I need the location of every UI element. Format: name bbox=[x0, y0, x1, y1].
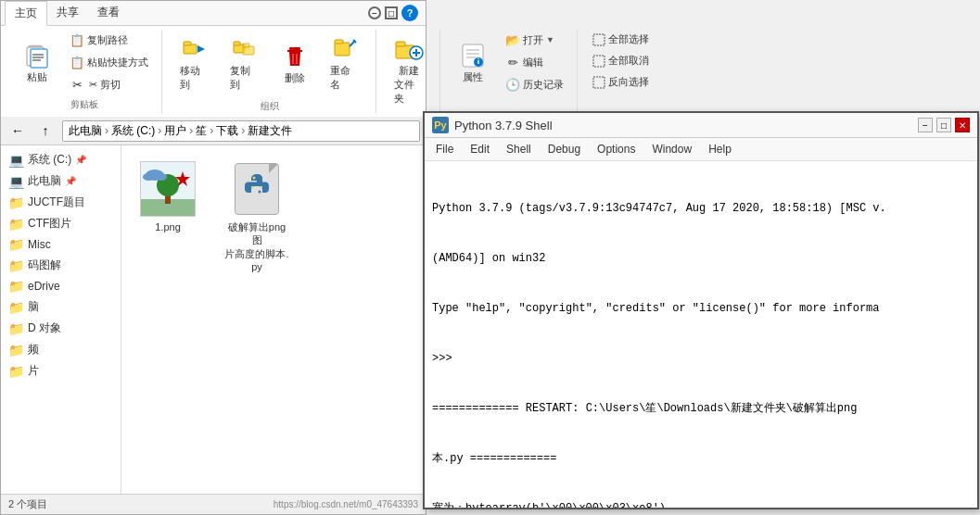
address-path[interactable]: 此电脑 › 系统 (C:) › 用户 › 笙 › 下载 › 新建文件 bbox=[62, 120, 420, 142]
address-bar: ← ↑ 此电脑 › 系统 (C:) › 用户 › 笙 › 下载 › 新建文件 bbox=[1, 117, 426, 145]
shell-minimize[interactable]: − bbox=[918, 118, 933, 132]
select-all-icon bbox=[592, 33, 605, 46]
back-button[interactable]: ← bbox=[6, 119, 29, 142]
maximize-icon[interactable]: □ bbox=[385, 6, 398, 19]
file-item-py[interactable]: 破解算出png图片高度的脚本.py bbox=[220, 155, 294, 278]
deselect-all-icon bbox=[592, 55, 605, 68]
sidebar-item-codes[interactable]: 📁 码图解 bbox=[1, 255, 121, 276]
sidebar-label-drive: 系统 (C:) bbox=[28, 152, 71, 168]
sidebar-item-computer[interactable]: 💻 此电脑 📌 bbox=[1, 170, 121, 192]
file-item-png[interactable]: 1.png bbox=[131, 155, 205, 238]
move-to-icon bbox=[180, 34, 210, 64]
menu-shell[interactable]: Shell bbox=[499, 140, 539, 158]
ribbon-group-new: 新建 文件夹 bbox=[378, 30, 440, 113]
properties-label: 属性 bbox=[463, 70, 483, 84]
path-user: 笙 bbox=[196, 123, 207, 139]
svg-rect-34 bbox=[593, 56, 605, 67]
shell-titlebar: Py Python 3.7.9 Shell − □ ✕ bbox=[425, 113, 977, 138]
explorer-content: 💻 系统 (C:) 📌 💻 此电脑 📌 📁 JUCTF题目 📁 CTF图片 📁 … bbox=[1, 145, 426, 494]
new-folder-icon bbox=[394, 34, 424, 64]
delete-button[interactable]: 删除 bbox=[273, 37, 318, 90]
sidebar-item-freq[interactable]: 📁 频 bbox=[1, 339, 121, 360]
sidebar-item-dobject[interactable]: 📁 D 对象 bbox=[1, 318, 121, 339]
sidebar-label-photos: 片 bbox=[28, 363, 39, 379]
menu-options[interactable]: Options bbox=[590, 140, 643, 158]
folder-icon-4: 📁 bbox=[8, 237, 24, 252]
rename-button[interactable]: 重命名 bbox=[322, 30, 368, 96]
open-arrow: ▼ bbox=[546, 35, 554, 44]
sidebar-label-edrive: eDrive bbox=[28, 280, 60, 293]
open-button[interactable]: 📂 打开 ▼ bbox=[500, 30, 569, 50]
history-icon: 🕒 bbox=[505, 77, 520, 92]
sidebar-label-brain: 脑 bbox=[28, 299, 39, 315]
shell-close[interactable]: ✕ bbox=[955, 118, 970, 132]
file-grid: 1.png bbox=[121, 145, 426, 494]
sidebar-item-ctf[interactable]: 📁 CTF图片 bbox=[1, 213, 121, 234]
path-downloads: 下载 bbox=[216, 123, 238, 139]
tab-view[interactable]: 查看 bbox=[88, 1, 129, 25]
help-button[interactable]: ? bbox=[401, 5, 418, 21]
edit-button[interactable]: ✏ 编辑 bbox=[500, 52, 569, 72]
folder-icon-2: 📁 bbox=[8, 195, 24, 210]
menu-file[interactable]: File bbox=[428, 140, 461, 158]
folder-icon-7: 📁 bbox=[8, 300, 24, 315]
new-label: 新建 bbox=[399, 64, 419, 78]
move-to-label: 移动到 bbox=[180, 64, 210, 92]
menu-debug[interactable]: Debug bbox=[541, 140, 588, 158]
invert-selection-button[interactable]: 反向选择 bbox=[587, 72, 655, 92]
sidebar-label-ctf: CTF图片 bbox=[28, 216, 71, 232]
shell-line-6: 宽为：bytearray(b'\x00\x00\x03\xe8') bbox=[432, 500, 970, 508]
tab-home[interactable]: 主页 bbox=[5, 1, 47, 26]
copy-path-button[interactable]: 📋 复制路径 bbox=[64, 30, 154, 50]
paste-shortcut-icon: 📋 bbox=[70, 55, 84, 69]
sidebar-item-drive[interactable]: 💻 系统 (C:) 📌 bbox=[1, 149, 121, 170]
menu-edit[interactable]: Edit bbox=[463, 140, 497, 158]
file-label-png: 1.png bbox=[155, 220, 181, 233]
rename-label: 重命名 bbox=[330, 64, 360, 92]
scissors-icon: ✂ bbox=[70, 77, 84, 92]
python-titlebar-icon: Py bbox=[432, 117, 449, 133]
sidebar-item-brain[interactable]: 📁 脑 bbox=[1, 296, 121, 318]
properties-button[interactable]: 属性 bbox=[450, 36, 496, 89]
path-computer: 此电脑 bbox=[69, 123, 102, 139]
move-to-button[interactable]: 移动到 bbox=[172, 30, 218, 96]
shell-body[interactable]: Python 3.7.9 (tags/v3.7.9:13c94747c7, Au… bbox=[425, 161, 977, 508]
paste-shortcut-button[interactable]: 📋 粘贴快捷方式 bbox=[64, 52, 154, 72]
sidebar-label-dobject: D 对象 bbox=[28, 320, 61, 336]
sidebar-item-misc[interactable]: 📁 Misc bbox=[1, 234, 121, 255]
copy-path-icon: 📋 bbox=[70, 32, 84, 47]
menu-window[interactable]: Window bbox=[644, 140, 699, 158]
explorer-window: 主页 共享 查看 − □ ? bbox=[0, 0, 426, 515]
up-button[interactable]: ↑ bbox=[34, 119, 57, 142]
sidebar-item-photos[interactable]: 📁 片 bbox=[1, 360, 121, 382]
organize-label: 组织 bbox=[261, 100, 279, 113]
edit-icon: ✏ bbox=[505, 55, 520, 69]
svg-rect-2 bbox=[31, 49, 47, 68]
status-text: 2 个项目 bbox=[8, 497, 47, 511]
shell-line-1: (AMD64)] on win32 bbox=[432, 250, 970, 267]
copy-to-button[interactable]: 复制到 bbox=[222, 30, 268, 96]
properties-icon bbox=[458, 41, 488, 70]
organize-row: 移动到 复制到 bbox=[172, 30, 368, 96]
select-all-button[interactable]: 全部选择 bbox=[587, 30, 655, 49]
new-folder-button[interactable]: 新建 文件夹 bbox=[386, 30, 432, 110]
sidebar-label-computer: 此电脑 bbox=[28, 173, 61, 189]
png-icon-area bbox=[138, 159, 197, 219]
deselect-all-button[interactable]: 全部取消 bbox=[587, 51, 655, 70]
tab-share[interactable]: 共享 bbox=[47, 1, 88, 25]
status-bar: 2 个项目 https://blog.csdn.net/m0_47643393 bbox=[1, 494, 426, 514]
shell-maximize[interactable]: □ bbox=[936, 118, 951, 132]
menu-help[interactable]: Help bbox=[701, 140, 739, 158]
paste-button[interactable]: 粘贴 bbox=[14, 36, 60, 89]
path-users: 用户 bbox=[164, 123, 186, 139]
history-button[interactable]: 🕒 历史记录 bbox=[500, 74, 569, 94]
shell-line-2: Type "help", "copyright", "credits" or "… bbox=[432, 300, 970, 317]
sidebar-item-juctf[interactable]: 📁 JUCTF题目 bbox=[1, 192, 121, 213]
folder-label: 文件夹 bbox=[394, 78, 424, 106]
minimize-icon[interactable]: − bbox=[368, 6, 381, 19]
rename-icon bbox=[330, 34, 360, 64]
delete-label: 删除 bbox=[285, 71, 305, 85]
sidebar-item-edrive[interactable]: 📁 eDrive bbox=[1, 276, 121, 296]
py-icon-area bbox=[227, 159, 286, 219]
cut-button[interactable]: ✂ ✂ 剪切 bbox=[64, 74, 154, 94]
